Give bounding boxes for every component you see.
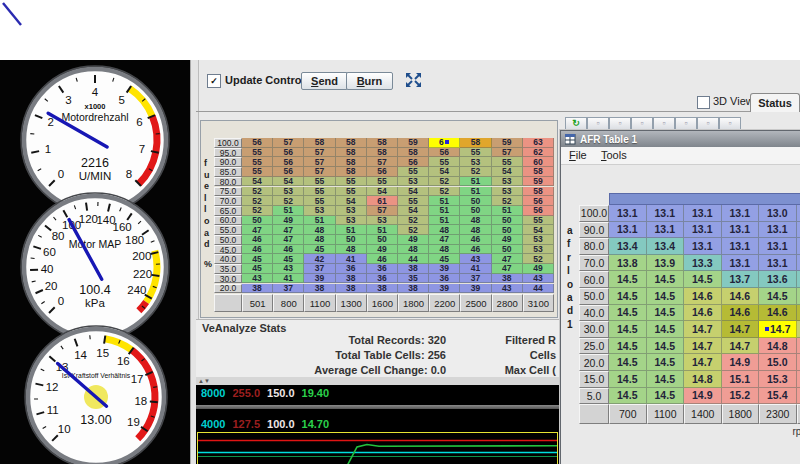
afr-cell[interactable]: 13.1 [684,238,722,255]
table-toolbar-button-4[interactable]: ▫ [631,117,653,131]
ve-cell[interactable]: 38 [367,284,398,294]
afr-cell[interactable]: 14.5 [647,321,685,338]
afr-cell[interactable]: 14.6 [722,305,760,322]
ve-cell[interactable]: 38 [304,284,335,294]
afr-cell[interactable]: 14.5 [647,371,685,388]
afr-cell[interactable]: 14.6 [759,305,797,322]
afr-cell[interactable]: 14.5 [609,271,647,288]
afr-cell[interactable]: 13.0 [759,205,797,222]
ve-cell[interactable]: 44 [523,284,554,294]
ve-cell[interactable]: 38 [336,284,367,294]
afr-cell[interactable]: 14.5 [647,305,685,322]
afr-cell[interactable]: 13.0 [797,205,800,222]
afr-cell[interactable]: 15.2 [722,388,760,405]
afr-cell[interactable]: 14.7 [684,354,722,371]
afr-cell[interactable]: 14.6 [797,305,800,322]
ve-cell[interactable]: 37 [273,284,304,294]
table-toolbar-button-5[interactable]: ▫ [653,117,675,131]
afr-cell[interactable]: 15.0 [759,354,797,371]
table-toolbar-button-6[interactable]: ▫ [675,117,697,131]
update-controller-checkbox[interactable]: ✓ [207,74,221,88]
afr-cell[interactable]: 13.6 [759,271,797,288]
3d-view-checkbox[interactable] [697,96,710,109]
afr-cell[interactable]: 14.6 [722,288,760,305]
afr-cell[interactable]: 14.6 [684,288,722,305]
afr-cell[interactable]: 14.5 [609,288,647,305]
afr-cell[interactable]: 14.5 [609,321,647,338]
afr-cell[interactable]: 14.5 [609,354,647,371]
afr-cell[interactable]: 14.8 [759,338,797,355]
afr-cell[interactable]: 13.1 [684,222,722,239]
afr-cell[interactable]: 13.1 [684,205,722,222]
table-toolbar-button-7[interactable]: ▫ [697,117,719,131]
ve-cell[interactable]: 43 [492,284,523,294]
afr-cell[interactable]: 14.5 [609,388,647,405]
afr-cell[interactable]: 13.4 [609,238,647,255]
afr-cell[interactable]: 13.1 [759,255,797,272]
afr-window-titlebar[interactable]: AFR Table 1 [561,131,800,147]
afr-cell[interactable]: 13.4 [647,238,685,255]
afr-cell[interactable]: 13.1 [797,222,800,239]
afr-cell[interactable]: 14.5 [609,338,647,355]
afr-cell[interactable]: 14.5 [647,338,685,355]
ve-cell[interactable]: 38 [242,284,273,294]
afr-cell[interactable]: 13.8 [609,255,647,272]
afr-cell[interactable]: 13.1 [722,222,760,239]
afr-cell[interactable]: 13.1 [647,205,685,222]
table-toolbar-button-1[interactable]: ↻ [565,117,587,131]
afr-cell[interactable]: 15.3 [759,371,797,388]
afr-cell[interactable]: 14.5 [647,354,685,371]
afr-cell[interactable]: 13.1 [797,255,800,272]
afr-cell[interactable]: 14.5 [684,271,722,288]
afr-cell[interactable]: 14.7 [722,321,760,338]
tab-status[interactable]: Status [750,93,800,112]
afr-cell[interactable]: 15.4 [759,388,797,405]
sort-arrows-icon[interactable]: ▲▼ [198,378,210,384]
afr-cell[interactable]: 13.1 [609,205,647,222]
send-button[interactable]: Send [301,72,348,90]
afr-cell[interactable]: 14.5 [647,288,685,305]
afr-cell[interactable]: 14.7 [684,338,722,355]
expand-view-icon[interactable] [405,72,422,88]
afr-cell[interactable]: 13.6 [797,271,800,288]
afr-cell[interactable]: 14.7 [797,321,800,338]
afr-cell[interactable]: 14.8 [684,371,722,388]
afr-cell[interactable]: 15.4 [797,388,800,405]
afr-cell[interactable]: 13.1 [722,205,760,222]
ve-cell[interactable]: 38 [398,284,429,294]
burn-button[interactable]: Burn [346,72,393,90]
afr-cell[interactable]: 13.1 [797,238,800,255]
afr-cell[interactable]: 15.1 [722,371,760,388]
afr-cell[interactable]: 14.7 [684,321,722,338]
afr-cell[interactable]: 13.1 [609,222,647,239]
afr-cell[interactable]: 13.1 [722,238,760,255]
afr-cell[interactable]: 13.1 [759,222,797,239]
afr-cell[interactable]: 14.5 [609,305,647,322]
afr-cell[interactable]: 13.1 [722,255,760,272]
afr-cell[interactable]: 13.9 [647,255,685,272]
table-toolbar-button-3[interactable]: ▫ [609,117,631,131]
table-toolbar-button-2[interactable]: ▫ [587,117,609,131]
menu-file[interactable]: File [569,149,587,161]
ve-cell[interactable]: 39 [429,284,460,294]
afr-cell[interactable]: 14.6 [684,305,722,322]
afr-cell[interactable]: 14.7 [759,321,797,338]
afr-cell[interactable]: 14.9 [684,388,722,405]
afr-cell[interactable]: 14.8 [797,338,800,355]
strip-divider[interactable] [196,405,560,409]
afr-cell[interactable]: 15.0 [797,354,800,371]
afr-cell[interactable]: 14.5 [647,388,685,405]
menu-tools[interactable]: Tools [601,149,627,161]
afr-cell[interactable]: 14.9 [722,354,760,371]
afr-cell[interactable]: 13.1 [759,238,797,255]
table-toolbar-button-8[interactable]: ▫ [719,117,741,131]
afr-cell[interactable]: 14.5 [609,371,647,388]
afr-cell[interactable]: 14.5 [647,271,685,288]
afr-cell[interactable]: 14.7 [722,338,760,355]
afr-cell[interactable]: 14.5 [797,288,800,305]
afr-cell[interactable]: 14.5 [759,288,797,305]
ve-cell[interactable]: 39 [460,284,491,294]
afr-cell[interactable]: 13.1 [647,222,685,239]
afr-cell[interactable]: 13.7 [722,271,760,288]
afr-cell[interactable]: 13.3 [684,255,722,272]
